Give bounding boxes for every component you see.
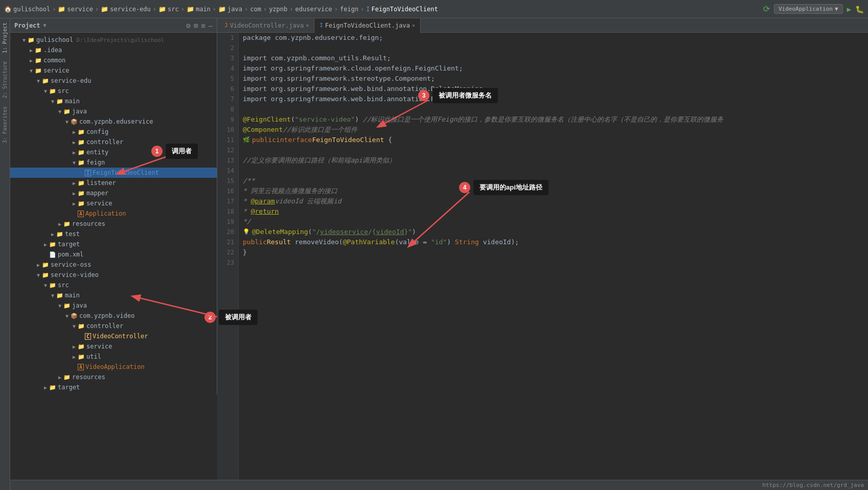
tree-item-controller[interactable]: ▶📁controller bbox=[10, 137, 217, 147]
tree-node-icon: 📦 bbox=[71, 313, 78, 319]
dropdown-arrow[interactable]: ▼ bbox=[43, 22, 47, 28]
tree-node-icon: 📁 bbox=[78, 180, 85, 186]
tree-item-service-video[interactable]: ▼📁service-video bbox=[10, 270, 217, 280]
top-bar: 🏠 gulischool › 📁 service › 📁 service-edu… bbox=[0, 0, 868, 18]
main-layout: 1: Project 2: Structure 3: Favorites Pro… bbox=[0, 18, 868, 490]
side-tab-favorites[interactable]: 3: Favorites bbox=[1, 102, 9, 147]
tree-item-main[interactable]: ▼📁main bbox=[10, 96, 217, 106]
close-panel-icon[interactable]: — bbox=[209, 21, 213, 30]
tree-item-gulischool[interactable]: ▼📁gulischoolD:\IdeaProjects\gulischool bbox=[10, 35, 217, 45]
interface-icon: I bbox=[366, 6, 370, 13]
tree-item-test[interactable]: ▶📁test bbox=[10, 229, 217, 239]
side-tab-structure[interactable]: 2: Structure bbox=[1, 57, 9, 102]
bc-service-edu[interactable]: 📁 service-edu bbox=[101, 6, 150, 13]
sep1: › bbox=[52, 6, 56, 13]
tree-item-src[interactable]: ▼📁src bbox=[10, 280, 217, 290]
gear-icon[interactable]: ≡ bbox=[201, 21, 205, 30]
tree-item-application[interactable]: AApplication bbox=[10, 208, 217, 219]
tree-item-videocontroller[interactable]: CVideoController bbox=[10, 331, 217, 341]
tree-arrow: ▼ bbox=[63, 313, 71, 319]
tree-item-main[interactable]: ▼📁main bbox=[10, 290, 217, 300]
settings-icon[interactable]: ⚙ bbox=[186, 21, 190, 30]
bc-service[interactable]: 📁 service bbox=[58, 6, 93, 13]
tree-item-service-oss[interactable]: ▶📁service-oss bbox=[10, 260, 217, 270]
tree-arrow: ▼ bbox=[56, 303, 63, 309]
tree-item-service[interactable]: ▶📁service bbox=[10, 198, 217, 208]
tree-item-feigntovideoclient[interactable]: IFeignToVideoClient bbox=[10, 168, 217, 178]
tree-item-resources[interactable]: ▶📁resources bbox=[10, 372, 217, 382]
tree-item-java[interactable]: ▼📁java bbox=[10, 106, 217, 116]
bc-gulischool[interactable]: 🏠 gulischool bbox=[4, 6, 50, 13]
tree-item-target[interactable]: ▶📁target bbox=[10, 382, 217, 392]
debug-button[interactable]: 🐛 bbox=[855, 5, 864, 13]
bc-java[interactable]: 📁 java bbox=[218, 6, 242, 13]
tab-close-icon[interactable]: ✕ bbox=[306, 22, 309, 28]
line-number: 16 bbox=[217, 186, 238, 196]
tree-node-icon: 📁 bbox=[35, 67, 42, 74]
tree-node-icon: 📦 bbox=[71, 119, 78, 125]
tree-item-mapper[interactable]: ▶📁mapper bbox=[10, 188, 217, 198]
tree-item-common[interactable]: ▶📁common bbox=[10, 55, 217, 65]
tab-videocontroller[interactable]: J VideoController.java ✕ bbox=[219, 18, 314, 33]
run-button[interactable]: ▶ bbox=[847, 5, 851, 13]
line-number: 11 bbox=[217, 135, 238, 145]
tree-node-label: service bbox=[86, 343, 112, 350]
editor-tabs: J VideoController.java ✕ I FeignToVideoC… bbox=[217, 18, 868, 33]
tree-arrow: ▼ bbox=[71, 160, 78, 166]
tree-node-icon: 📁 bbox=[56, 292, 63, 299]
tree-item-config[interactable]: ▶📁config bbox=[10, 127, 217, 137]
code-line: * @return bbox=[243, 206, 868, 217]
bc-com[interactable]: com bbox=[250, 6, 261, 13]
tree-node-icon: A bbox=[78, 211, 84, 217]
tree-arrow: ▶ bbox=[49, 231, 56, 237]
update-icon[interactable]: ⟳ bbox=[763, 4, 770, 14]
tree-node-label: .idea bbox=[43, 46, 62, 54]
tree-item-service[interactable]: ▼📁service bbox=[10, 65, 217, 76]
line-number: 21 bbox=[217, 237, 238, 247]
code-line: @FeignClient("service-video") //标识此接口是一个… bbox=[243, 114, 868, 125]
tree-arrow: ▶ bbox=[71, 139, 78, 145]
tree-item-.idea[interactable]: ▶📁.idea bbox=[10, 45, 217, 55]
tree-node-icon: 📁 bbox=[63, 374, 71, 381]
code-line: 💡 @DeleteMapping("/videoservice/{videoId… bbox=[243, 227, 868, 237]
bc-main[interactable]: 📁 main bbox=[187, 6, 211, 13]
tree-item-controller[interactable]: ▼📁controller bbox=[10, 321, 217, 331]
left-panel: Project ▼ ⚙ ⊞ ≡ — ▼📁gulischoolD:\IdeaPro… bbox=[10, 18, 217, 394]
tree-node-label: service-oss bbox=[51, 261, 91, 268]
tree-item-util[interactable]: ▶📁util bbox=[10, 352, 217, 362]
tree-item-feign[interactable]: ▼📁feign bbox=[10, 157, 217, 168]
tree-node-label: util bbox=[86, 353, 101, 360]
bc-feign[interactable]: feign bbox=[340, 6, 358, 13]
bc-src[interactable]: 📁 src bbox=[158, 6, 179, 13]
bc-yzpnb[interactable]: yzpnb bbox=[269, 6, 287, 13]
tab-close-active-icon[interactable]: ✕ bbox=[412, 22, 415, 28]
tree-node-label: FeignToVideoClient bbox=[93, 169, 159, 176]
folder-icon: 📁 bbox=[101, 6, 108, 13]
side-tab-project[interactable]: 1: Project bbox=[1, 18, 9, 57]
tab-feigntovideoclient[interactable]: I FeignToVideoClient.java ✕ bbox=[314, 18, 421, 33]
tree-item-java[interactable]: ▼📁java bbox=[10, 300, 217, 311]
tree-item-com.yzpnb.video[interactable]: ▼📦com.yzpnb.video bbox=[10, 311, 217, 321]
bc-feign-client[interactable]: I FeignToVideoClient bbox=[366, 6, 438, 13]
bc-eduservice[interactable]: eduservice bbox=[295, 6, 332, 13]
tree-item-service[interactable]: ▶📁service bbox=[10, 341, 217, 352]
tree-item-service-edu[interactable]: ▼📁service-edu bbox=[10, 76, 217, 86]
tree-node-icon: 📁 bbox=[49, 88, 56, 95]
tree-node-label: config bbox=[86, 128, 108, 135]
tree-node-label: resources bbox=[72, 220, 105, 227]
tree-item-resources[interactable]: ▶📁resources bbox=[10, 219, 217, 229]
tree-item-entity[interactable]: ▶📁entity bbox=[10, 147, 217, 157]
tree-item-src[interactable]: ▼📁src bbox=[10, 86, 217, 96]
folder-icon: 📁 bbox=[58, 6, 65, 13]
run-config-selector[interactable]: VideoApplication ▼ bbox=[774, 4, 843, 14]
tree-item-videoapplication[interactable]: AVideoApplication bbox=[10, 362, 217, 372]
tree-item-com.yzpnb.eduservice[interactable]: ▼📦com.yzpnb.eduservice bbox=[10, 116, 217, 127]
tree-item-listener[interactable]: ▶📁listener bbox=[10, 178, 217, 188]
tree-item-pom.xml[interactable]: 📄pom.xml bbox=[10, 249, 217, 260]
code-content[interactable]: package com.yzpnb.eduservice.feign; impo… bbox=[239, 33, 868, 490]
tree-item-target[interactable]: ▶📁target bbox=[10, 239, 217, 249]
layout-icon[interactable]: ⊞ bbox=[194, 21, 198, 30]
tree-arrow: ▶ bbox=[71, 344, 78, 349]
line-number: 14 bbox=[217, 166, 238, 176]
code-line: public Result removeVideo(@PathVariable(… bbox=[243, 237, 868, 247]
